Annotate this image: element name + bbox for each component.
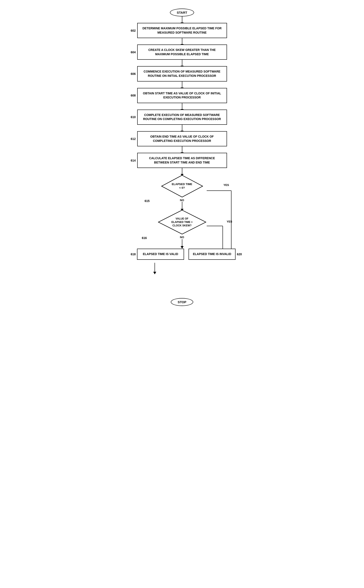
label-618: 618: [131, 253, 136, 256]
svg-marker-0: [162, 175, 203, 197]
diamond-615-no: NO: [180, 199, 184, 202]
label-602: 602: [131, 29, 136, 32]
connector-svg: [118, 239, 246, 286]
diamond-615-yes: YES: [223, 183, 229, 187]
start-node: START: [170, 9, 194, 16]
step-610: COMPLETE EXECUTION OF MEASURED SOFTWARE …: [137, 110, 227, 125]
step-604: CREATE A CLOCK SKEW GREATER THAN THE MAX…: [137, 45, 227, 60]
step-618: ELAPSED TIME IS VALID: [137, 249, 184, 260]
diamond-616-yes: YES: [227, 220, 232, 223]
diamond-615: ELAPSED TIME < 0?: [161, 174, 203, 198]
label-615: 615: [145, 199, 150, 203]
step-606: COMMENCE EXECUTION OF MEASURED SOFTWARE …: [137, 66, 227, 81]
flowchart: START 602 DETERMINE MAXIMUM POSSIBLE ELA…: [107, 4, 257, 306]
label-610: 610: [131, 115, 136, 119]
step-620: ELAPSED TIME IS INVALID: [188, 249, 235, 260]
label-608: 608: [131, 94, 136, 97]
label-606: 606: [131, 72, 136, 75]
label-620: 620: [237, 253, 242, 256]
step-602: DETERMINE MAXIMUM POSSIBLE ELAPSED TIME …: [137, 23, 227, 38]
svg-marker-1: [158, 210, 206, 234]
svg-marker-3: [181, 246, 184, 249]
label-612: 612: [131, 137, 136, 140]
diamond-616-no: NO: [180, 236, 184, 239]
label-614: 614: [131, 159, 136, 162]
stop-node: STOP: [171, 298, 193, 306]
diamond-616: VALUE OF ELAPSED TIME > CLOCK SKEW?: [157, 209, 207, 235]
step-608: OBTAIN START TIME AS VALUE OF CLOCK OF I…: [137, 88, 227, 103]
step-614: CALCULATE ELAPSED TIME AS DIFFERENCE BET…: [137, 153, 227, 168]
label-604: 604: [131, 51, 136, 54]
step-612: OBTAIN END TIME AS VALUE OF CLOCK OF COM…: [137, 131, 227, 146]
